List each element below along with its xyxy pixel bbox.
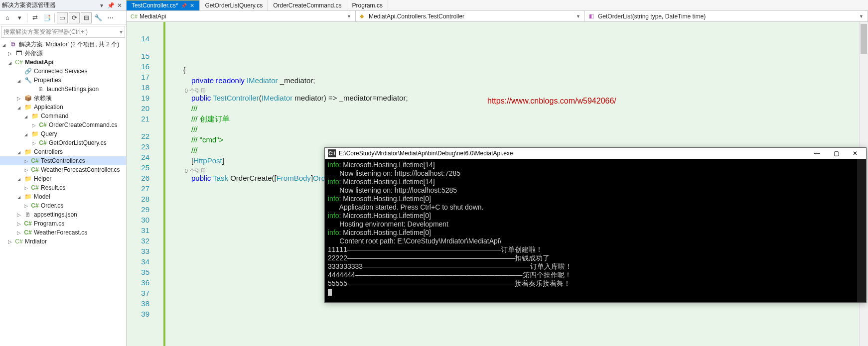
code-markers [154,22,163,346]
crumb-class[interactable]: ◆MediatApi.Controllers.TestController▼ [356,11,585,21]
cs-icon: C# [39,139,47,146]
project-icon: C# [131,13,138,19]
chevron-down-icon[interactable]: ▼ [576,14,580,19]
solution-icon: ⧉ [9,41,17,48]
tab-bar: TestController.cs*📌✕ GetOrderListQuery.c… [127,0,868,11]
ordercreatecommand-file[interactable]: C#OrderCreateCommand.cs [0,120,126,129]
console-icon: C:\ [328,149,336,157]
cs-icon: C# [31,157,39,164]
console-scrollbar[interactable] [857,159,866,302]
appsettings-file[interactable]: 🗎appsettings.json [0,210,126,219]
testcontroller-file[interactable]: C#TestController.cs [0,156,126,165]
controllers-folder[interactable]: 📁Controllers [0,147,126,156]
collapse-icon[interactable]: ⊟ [81,12,92,23]
chevron-down-icon[interactable]: ▼ [859,14,864,19]
cs-icon: C# [31,166,39,173]
getorderlistquery-file[interactable]: C#GetOrderListQuery.cs [0,138,126,147]
weatherforecast-file[interactable]: C#WeatherForecast.cs [0,228,126,237]
folder-icon: 📁 [24,104,32,111]
query-folder[interactable]: 📁Query [0,129,126,138]
folder-icon: 📁 [24,193,32,200]
tree: ⧉解决方案 'Mrdiator' (2 个项目, 共 2 个) 🗔外部源 C#M… [0,39,126,346]
model-folder[interactable]: 📁Model [0,192,126,201]
method-icon: ◧ [589,13,596,19]
tab-ordercreatecommand[interactable]: OrderCreateCommand.cs [268,0,347,10]
launchsettings-file[interactable]: 🗎launchSettings.json [0,85,126,94]
refresh-icon[interactable]: ⟳ [69,12,80,23]
tab-getorderlistquery[interactable]: GetOrderListQuery.cs [200,0,268,10]
solution-label: 解决方案 'Mrdiator' (2 个项目, 共 2 个) [19,40,119,49]
panel-title: 解决方案资源管理器 [2,1,97,9]
show-all-icon[interactable]: ▭ [57,12,68,23]
json-icon: 🗎 [24,211,32,218]
cs-icon: C# [24,220,32,227]
command-folder[interactable]: 📁Command [0,112,126,120]
json-icon: 🗎 [37,86,45,93]
cs-icon: C# [31,202,39,209]
panel-title-bar: 解决方案资源管理器 ▾ 📌 ✕ [0,0,126,11]
more-icon[interactable]: ⋯ [105,12,116,23]
folder-icon: 📁 [31,130,39,137]
folder-icon: 📁 [31,113,39,119]
console-body[interactable]: info: Microsoft.Hosting.Lifetime[14] Now… [325,159,866,302]
class-icon: ◆ [360,13,367,19]
solution-explorer: 解决方案资源管理器 ▾ 📌 ✕ ⌂ ▾ ⇄ 📑 ▭ ⟳ ⊟ 🔧 ⋯ 搜索解决方案… [0,0,127,346]
mrdiator-project[interactable]: C#Mrdiator [0,237,126,246]
folder-icon: 📁 [24,148,32,155]
close-icon[interactable]: ✕ [847,150,863,157]
search-clear-icon[interactable]: ▾ [120,28,123,35]
order-file[interactable]: C#Order.cs [0,201,126,210]
cs-icon: C# [31,184,39,191]
close-icon[interactable]: ✕ [190,2,194,9]
maximize-icon[interactable]: ▢ [828,150,844,157]
cs-icon: C# [24,229,32,236]
project-icon: C# [15,59,23,66]
search-placeholder: 搜索解决方案资源管理器(Ctrl+;) [3,28,120,36]
panel-toolbar: ⌂ ▾ ⇄ 📑 ▭ ⟳ ⊟ 🔧 ⋯ [0,11,126,25]
connected-icon: 🔗 [24,68,32,75]
crumb-method[interactable]: ◧GetOrderList(string type, DateTime time… [585,11,868,21]
breadcrumb: C#MediatApi▼ ◆MediatApi.Controllers.Test… [127,11,868,22]
weatherforecastcontroller-file[interactable]: C#WeatherForecastController.cs [0,165,126,174]
dropdown-icon[interactable]: ▾ [97,2,106,9]
cs-icon: C# [39,121,47,128]
tree-config-icon[interactable]: ⇄ [29,12,40,23]
wrench-icon: 🔧 [24,77,32,84]
folder-icon: 📁 [24,175,32,182]
home-icon[interactable]: ⌂ [2,12,13,23]
console-window: C:\ E:\CoreStudy\Mrdiator\MediatApi\bin\… [324,147,867,303]
editor-area: TestController.cs*📌✕ GetOrderListQuery.c… [127,0,868,346]
console-title: E:\CoreStudy\Mrdiator\MediatApi\bin\Debu… [339,150,806,157]
chevron-down-icon[interactable]: ▼ [347,14,351,19]
external-icon: 🗔 [15,50,23,57]
tab-program[interactable]: Program.cs [347,0,388,10]
project-icon: C# [15,238,23,245]
minimize-icon[interactable]: — [809,150,825,157]
tab-testcontroller[interactable]: TestController.cs*📌✕ [127,0,200,10]
application-folder[interactable]: 📁Application [0,103,126,112]
package-icon: 📦 [24,95,32,102]
properties-node[interactable]: 🔧Properties [0,76,126,85]
crumb-project[interactable]: C#MediatApi▼ [127,11,356,21]
properties-icon[interactable]: 🔧 [93,12,104,23]
program-file[interactable]: C#Program.cs [0,219,126,228]
watermark-link[interactable]: https://www.cnblogs.com/w5942066/ [487,96,616,106]
connected-services-node[interactable]: 🔗Connected Services [0,67,126,76]
dependencies-node[interactable]: 📦依赖项 [0,94,126,103]
sync-icon[interactable]: 📑 [41,12,52,23]
toolbar-dropdown-icon[interactable]: ▾ [14,12,25,23]
solution-node[interactable]: ⧉解决方案 'Mrdiator' (2 个项目, 共 2 个) [0,40,126,49]
result-file[interactable]: C#Result.cs [0,183,126,192]
pin-icon[interactable]: 📌 [181,3,187,8]
helper-folder[interactable]: 📁Helper [0,174,126,183]
line-numbers: 1415161718192021222324252627282930313233… [127,22,154,346]
mediatapi-project[interactable]: C#MediatApi [0,58,126,67]
search-input[interactable]: 搜索解决方案资源管理器(Ctrl+;) ▾ [1,26,125,38]
console-title-bar[interactable]: C:\ E:\CoreStudy\Mrdiator\MediatApi\bin\… [325,148,866,159]
close-icon[interactable]: ✕ [115,2,124,9]
pin-icon[interactable]: 📌 [106,2,115,9]
external-sources-node[interactable]: 🗔外部源 [0,49,126,58]
